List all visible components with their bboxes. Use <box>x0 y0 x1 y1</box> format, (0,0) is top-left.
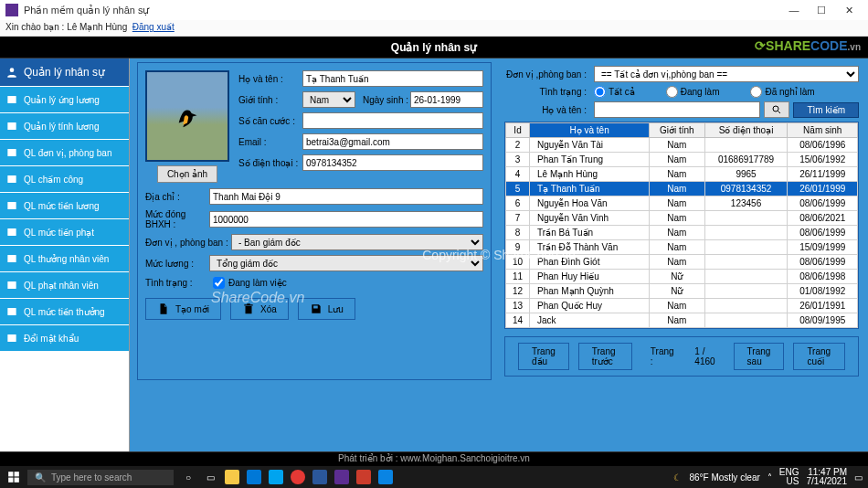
table-row[interactable]: 10Phan Đình GiótNam08/06/1999 <box>506 255 858 270</box>
pager-value: 1 / 4160 <box>694 346 715 366</box>
save-button[interactable]: Lưu <box>298 298 355 320</box>
sql-icon[interactable] <box>356 470 371 484</box>
filter-label-name: Họ và tên : <box>504 105 587 115</box>
table-row[interactable]: 7Nguyễn Văn VinhNam08/06/2021 <box>506 211 858 226</box>
filter-label-dept: Đơn vị ,phòng ban : <box>504 69 587 80</box>
sidebar-item-1[interactable]: Quản lý tính lương <box>0 112 129 139</box>
taskbar: 🔍Type here to search ○ ▭ ☾ 86°F Mostly c… <box>0 466 868 488</box>
table-row[interactable]: 3Phan Tấn TrungNam0168691778915/06/1992 <box>506 153 858 167</box>
filter-name-input[interactable] <box>594 101 760 118</box>
minimize-button[interactable]: — <box>780 5 808 16</box>
chrome-icon[interactable] <box>291 470 305 484</box>
sidebar-item-4[interactable]: QL mức tiền lương <box>0 192 129 218</box>
pager-prev[interactable]: Trang trước <box>578 343 632 370</box>
svg-rect-9 <box>7 308 16 315</box>
search-button[interactable]: Tìm kiếm <box>793 102 859 118</box>
employee-table: IdHọ và tênGiới tínhSố điện thoạiNăm sin… <box>504 122 859 329</box>
table-row[interactable]: 8Trần Bá TuấnNam08/06/1999 <box>506 226 858 240</box>
sidebar-item-7[interactable]: QL phạt nhân viên <box>0 271 129 298</box>
explorer-icon[interactable] <box>225 470 239 484</box>
weather-text[interactable]: 86°F Mostly clear <box>689 472 759 483</box>
idcard-input[interactable] <box>302 112 483 129</box>
radio-all[interactable]: Tất cả <box>594 86 635 98</box>
skype-icon[interactable] <box>378 470 393 484</box>
nav-icon <box>5 173 18 186</box>
fullname-input[interactable] <box>302 70 483 87</box>
label-gender: Giới tính : <box>238 95 302 105</box>
windows-icon <box>7 471 20 483</box>
tray-chevron-icon[interactable]: ˄ <box>767 472 772 483</box>
nav-icon <box>5 199 18 212</box>
svg-rect-15 <box>15 478 19 483</box>
notifications-icon[interactable]: ▭ <box>854 472 863 483</box>
table-row[interactable]: 14JackNam08/09/1995 <box>506 313 858 328</box>
svg-point-0 <box>10 68 15 72</box>
table-row[interactable]: 11Phan Huy HiếuNữ08/06/1998 <box>506 270 858 284</box>
salary-select[interactable]: Tổng giám đốc <box>209 255 483 271</box>
col-header[interactable]: Họ và tên <box>530 123 650 138</box>
address-input[interactable] <box>209 188 483 205</box>
sidebar-item-3[interactable]: QL chấm công <box>0 165 129 192</box>
word-icon[interactable] <box>312 470 327 484</box>
dob-input[interactable] <box>410 91 483 108</box>
pager-next[interactable]: Trang sau <box>734 343 785 370</box>
phone-input[interactable] <box>302 154 483 171</box>
status-checkbox[interactable] <box>213 277 225 289</box>
department-select[interactable]: - Ban giám đốc <box>231 234 483 250</box>
label-dob: Ngày sinh : <box>363 95 410 105</box>
sidebar-item-8[interactable]: QL mức tiền thưởng <box>0 298 129 324</box>
gender-select[interactable]: Nam <box>302 91 355 108</box>
sidebar-item-6[interactable]: QL thưởng nhân viên <box>0 245 129 271</box>
search-icon-button[interactable] <box>764 101 789 118</box>
col-header[interactable]: Id <box>506 123 530 138</box>
sidebar-item-2[interactable]: QL đơn vị, phòng ban <box>0 139 129 165</box>
table-row[interactable]: 5Tạ Thanh TuấnNam097813435226/01/1999 <box>506 182 858 196</box>
nav-icon <box>5 146 18 159</box>
locale: US <box>779 477 799 486</box>
radio-working[interactable]: Đang làm <box>666 86 720 98</box>
sidebar-item-5[interactable]: QL mức tiền phạt <box>0 218 129 245</box>
table-row[interactable]: 9Trần Đỗ Thành VănNam15/09/1999 <box>506 240 858 255</box>
edge-icon[interactable] <box>247 470 261 484</box>
col-header[interactable]: Số điện thoại <box>704 123 788 138</box>
email-input[interactable] <box>302 133 483 150</box>
vs-icon[interactable] <box>334 470 349 484</box>
filter-dept-select[interactable]: == Tất cả đơn vị,phòng ban == <box>594 66 859 82</box>
pager-last[interactable]: Trang cuối <box>793 343 845 370</box>
sidebar-header: Quản lý nhân sự <box>0 58 129 86</box>
footer: Phát triển bởi : www.Moighan.Sanchoigioi… <box>0 451 868 466</box>
svg-rect-3 <box>7 149 16 156</box>
table-row[interactable]: 2Nguyễn Văn TàiNam08/06/1996 <box>506 138 858 153</box>
nav-icon <box>5 93 18 106</box>
delete-button[interactable]: Xóa <box>230 298 289 320</box>
store-icon[interactable] <box>269 470 283 484</box>
table-row[interactable]: 13Phan Quốc HuyNam26/01/1991 <box>506 299 858 313</box>
label-salary: Mức lương : <box>145 259 209 269</box>
new-button[interactable]: Tạo mới <box>145 298 221 320</box>
table-row[interactable]: 4Lê Mạnh HùngNam996526/11/1999 <box>506 167 858 182</box>
col-header[interactable]: Giới tính <box>650 123 704 138</box>
choose-photo-button[interactable]: Chọn ảnh <box>157 165 217 183</box>
greeting-user: Lê Mạnh Hùng <box>67 22 127 32</box>
cortana-icon[interactable]: ○ <box>181 470 196 484</box>
taskbar-search[interactable]: 🔍Type here to search <box>27 470 174 485</box>
radio-retired[interactable]: Đã nghỉ làm <box>750 86 814 98</box>
col-header[interactable]: Năm sinh <box>788 123 858 138</box>
table-row[interactable]: 6Nguyễn Hoa VănNam12345608/06/1999 <box>506 196 858 211</box>
search-icon <box>771 104 782 115</box>
new-icon <box>157 302 170 315</box>
people-icon <box>5 66 18 79</box>
sidebar-item-0[interactable]: Quản lý ứng lương <box>0 86 129 112</box>
close-button[interactable]: ✕ <box>835 5 863 16</box>
logout-link[interactable]: Đăng xuất <box>132 22 175 32</box>
svg-rect-1 <box>7 96 16 103</box>
taskview-icon[interactable]: ▭ <box>203 470 217 484</box>
insurance-input[interactable] <box>209 211 483 228</box>
pager-first[interactable]: Trang đầu <box>518 343 569 370</box>
label-idcard: Số căn cước : <box>238 116 302 126</box>
table-row[interactable]: 12Phan Mạnh QuỳnhNữ01/08/1992 <box>506 284 858 299</box>
maximize-button[interactable]: ☐ <box>808 5 835 16</box>
start-button[interactable] <box>0 471 27 483</box>
brand-logo: ⟳SHARECODE.vn <box>755 38 861 53</box>
sidebar-item-9[interactable]: Đổi mật khẩu <box>0 324 129 351</box>
